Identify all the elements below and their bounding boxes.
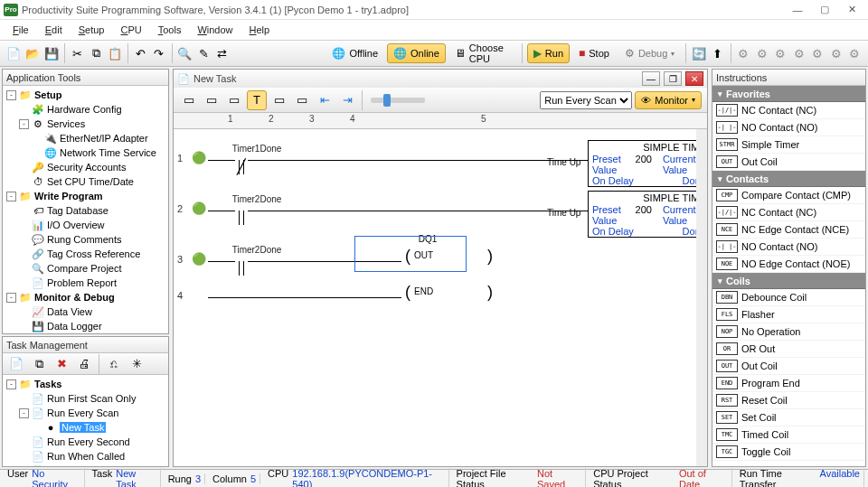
copy-icon[interactable]: ⧉ [88, 43, 104, 63]
copy-task-icon[interactable]: ⧉ [29, 354, 49, 374]
tree-item[interactable]: 🏷Tag Database [3, 203, 168, 218]
tree-item[interactable]: -📁Tasks [3, 377, 168, 391]
task-mgmt-header[interactable]: Task Management [3, 337, 168, 353]
rung-2[interactable]: 2 🟢 Timer2Done Time Up SIMPLE TIMER Pres… [174, 185, 707, 236]
instruction-item[interactable]: -|/|-NC Contact (NC) [712, 102, 865, 119]
end-coil[interactable]: ( ) END [405, 283, 529, 302]
close-button[interactable]: ✕ [839, 2, 864, 18]
monitor-button[interactable]: 👁Monitor▾ [635, 91, 702, 109]
tree-item[interactable]: 📄Run When Called [3, 449, 168, 464]
rung-tool3-icon[interactable]: ▭ [224, 90, 244, 110]
gear5-icon[interactable]: ⚙ [809, 43, 826, 63]
rung-tool6-icon[interactable]: ▭ [292, 90, 312, 110]
instruction-item[interactable]: TMCTimed Coil [712, 426, 865, 444]
instruction-item[interactable]: ENDProgram End [712, 375, 865, 392]
instruction-item[interactable]: FLSFlasher [712, 306, 865, 323]
offline-button[interactable]: 🌐Offline [326, 43, 384, 63]
instruction-item[interactable]: -| |-NO Contact (NO) [712, 119, 865, 136]
tree-item[interactable]: 📊I/O Overview [3, 218, 168, 232]
cut-icon[interactable]: ✂ [70, 43, 86, 63]
tree-twisty-icon[interactable]: - [19, 119, 29, 129]
task-tree[interactable]: -📁Tasks📄Run First Scan Only-📄Run Every S… [3, 375, 168, 466]
gear7-icon[interactable]: ⚙ [847, 43, 863, 63]
tree-item[interactable]: 📄Problem Report [3, 276, 168, 290]
tree-item[interactable]: 📄Run Every Second [3, 435, 168, 449]
menu-cpu[interactable]: CPU [113, 23, 148, 37]
tree-item[interactable]: 🔗Tag Cross Reference [3, 247, 168, 261]
doc-restore-button[interactable]: ❐ [664, 71, 682, 86]
new-task-icon[interactable]: 📄 [6, 354, 26, 374]
tree-item[interactable]: -📁Setup [3, 88, 168, 102]
print-task-icon[interactable]: 🖨 [74, 354, 94, 374]
maximize-button[interactable]: ▢ [812, 2, 837, 18]
minimize-button[interactable]: — [785, 2, 810, 18]
tree-item[interactable]: 💬Rung Comments [3, 232, 168, 247]
tree-item[interactable]: -📄Run Every Scan [3, 406, 168, 420]
doc-close-button[interactable]: ✕ [685, 71, 703, 86]
debug-button[interactable]: ⚙Debug▾ [618, 43, 681, 63]
tree-item[interactable]: 🌐Network Time Service [3, 145, 168, 160]
instruction-item[interactable]: NOPNo Operation [712, 323, 865, 341]
tree-item[interactable]: 🧩Hardware Config [3, 102, 168, 117]
gear6-icon[interactable]: ⚙ [828, 43, 844, 63]
instruction-item[interactable]: OUTOut Coil [712, 358, 865, 375]
choose-cpu-button[interactable]: 🖥Choose CPU [448, 43, 517, 63]
scan-mode-select[interactable]: Run Every Scan [540, 91, 632, 109]
instruction-item[interactable]: NCENC Edge Contact (NCE) [712, 221, 865, 239]
rung-tool1-icon[interactable]: ▭ [179, 90, 199, 110]
menu-setup[interactable]: Setup [71, 23, 112, 37]
tree-item[interactable]: 🔌EtherNet/IP Adapter [3, 131, 168, 145]
instruction-item[interactable]: DBNDebounce Coil [712, 289, 865, 306]
doc-minimize-button[interactable]: — [642, 71, 660, 86]
tool6-icon[interactable]: ✳ [127, 354, 146, 374]
instruction-item[interactable]: SETSet Coil [712, 409, 865, 426]
instruction-item[interactable]: NOENO Edge Contact (NOE) [712, 256, 865, 273]
instruction-item[interactable]: -|/|-NC Contact (NC) [712, 204, 865, 221]
instruction-item[interactable]: RSTReset Coil [712, 392, 865, 409]
tree-twisty-icon[interactable]: - [6, 90, 16, 100]
save-icon[interactable]: 💾 [43, 43, 60, 63]
tree-item[interactable]: -📁Monitor & Debug [3, 290, 168, 304]
find-icon[interactable]: 🔍 [176, 43, 193, 63]
gear3-icon[interactable]: ⚙ [772, 43, 788, 63]
upload-icon[interactable]: ⬆ [710, 43, 726, 63]
rung-tool5-icon[interactable]: ▭ [269, 90, 289, 110]
zoom-slider[interactable] [371, 98, 425, 103]
out-coil[interactable]: DQ1 ( ) OUT [405, 247, 529, 266]
rung-tool4-icon[interactable]: T [247, 90, 267, 110]
instruction-group-header[interactable]: Contacts [712, 171, 865, 187]
tree-twisty-icon[interactable]: - [19, 408, 29, 418]
tree-item[interactable]: 🔍Compare Project [3, 261, 168, 276]
instruction-group-header[interactable]: Favorites [712, 86, 865, 102]
menu-tools[interactable]: Tools [151, 23, 189, 37]
instruction-item[interactable]: OROR Out [712, 341, 865, 358]
tree-item[interactable]: ●New Task [3, 420, 168, 435]
edit-icon[interactable]: ✎ [195, 43, 212, 63]
simple-timer-block[interactable]: Time Up SIMPLE TIMER Preset Value200Curr… [588, 140, 707, 187]
vertical-scrollbar[interactable] [696, 129, 707, 466]
menu-edit[interactable]: Edit [38, 23, 70, 37]
menu-file[interactable]: File [5, 23, 36, 37]
tree-item[interactable]: ⏱Set CPU Time/Date [3, 174, 168, 189]
open-icon[interactable]: 📂 [24, 43, 41, 63]
menu-window[interactable]: Window [190, 23, 240, 37]
transfer-icon[interactable]: 🔄 [691, 43, 707, 63]
instruction-item[interactable]: STMRSimple Timer [712, 136, 865, 154]
tool5-icon[interactable]: ⎌ [104, 354, 124, 374]
app-tools-tree[interactable]: -📁Setup🧩Hardware Config-⚙Services🔌EtherN… [3, 86, 168, 333]
redo-icon[interactable]: ↷ [151, 43, 167, 63]
rung-1[interactable]: 1 🟢 Timer1Done ╱ Time Up SIMPLE TIMER Pr… [174, 135, 707, 185]
simple-timer-block[interactable]: Time Up SIMPLE TIMER Preset Value200Curr… [588, 191, 707, 238]
tree-twisty-icon[interactable]: - [6, 293, 16, 303]
tree-item[interactable]: 📄Run First Scan Only [3, 391, 168, 406]
tree-twisty-icon[interactable]: - [6, 192, 16, 201]
online-button[interactable]: 🌐Online [387, 43, 446, 63]
paste-icon[interactable]: 📋 [107, 43, 123, 63]
ladder-editor[interactable]: 1 🟢 Timer1Done ╱ Time Up SIMPLE TIMER Pr… [174, 129, 707, 466]
rung-tool8-icon[interactable]: ⇥ [337, 90, 357, 110]
delete-task-icon[interactable]: ✖ [52, 354, 71, 374]
tree-item[interactable]: -📁Write Program [3, 189, 168, 203]
gear2-icon[interactable]: ⚙ [754, 43, 770, 63]
zoom-thumb[interactable] [383, 94, 391, 107]
gear1-icon[interactable]: ⚙ [735, 43, 751, 63]
